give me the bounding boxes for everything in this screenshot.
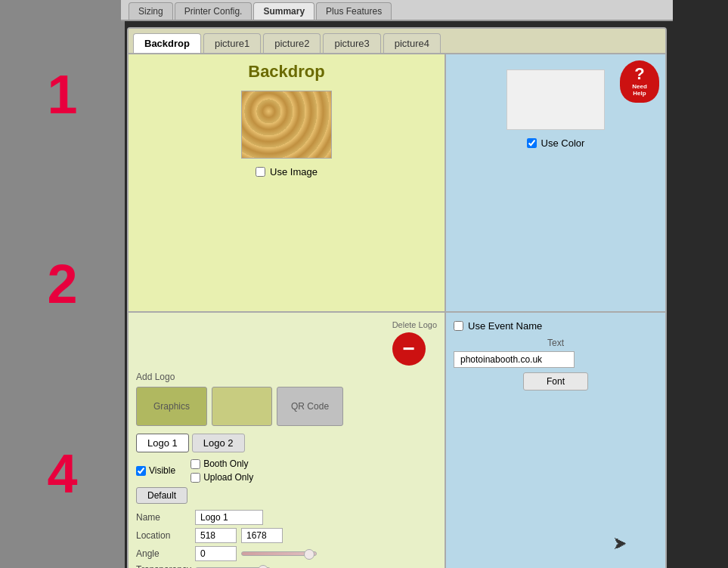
booth-only-item: Booth Only xyxy=(191,458,253,469)
location-field-row: Location xyxy=(136,528,437,543)
upload-only-label: Upload Only xyxy=(203,472,253,483)
color-preview-box xyxy=(507,69,605,130)
content-panel: Backdrop picture1 picture2 picture3 pict… xyxy=(127,27,667,568)
use-event-name-checkbox[interactable] xyxy=(454,321,463,331)
add-logo-label: Add Logo xyxy=(136,372,437,382)
backdrop-title: Backdrop xyxy=(136,62,437,82)
delete-icon: − xyxy=(402,338,414,360)
visible-checkbox[interactable] xyxy=(136,466,146,476)
help-button[interactable]: ? NeedHelp xyxy=(620,60,659,103)
upload-only-item: Upload Only xyxy=(191,472,253,483)
inner-tabs-row: Backdrop picture1 picture2 picture3 pict… xyxy=(129,29,665,54)
text-section-label: Text xyxy=(454,338,658,348)
transparency-field-row: Transparency xyxy=(136,564,437,568)
angle-field-row: Angle xyxy=(136,546,437,561)
use-image-label: Use Image xyxy=(270,166,318,178)
use-event-name-row: Use Event Name xyxy=(454,320,658,332)
delete-logo-area: Delete Logo − xyxy=(136,320,437,366)
name-input[interactable] xyxy=(195,510,263,525)
help-button-text: NeedHelp xyxy=(632,84,647,97)
logo-checkboxes-row: Visible Booth Only Upload Only xyxy=(136,458,437,483)
name-field-label: Name xyxy=(136,512,191,523)
use-color-label: Use Color xyxy=(541,137,585,149)
location-field-label: Location xyxy=(136,530,191,541)
name-field-row: Name xyxy=(136,510,437,525)
tab-picture3[interactable]: picture3 xyxy=(323,33,380,53)
tab-plus-features[interactable]: Plus Features xyxy=(316,2,392,20)
delete-logo-section: Delete Logo − xyxy=(392,320,437,366)
delete-logo-label: Delete Logo xyxy=(392,320,437,329)
main-content: Sizing Printer Config. Summary Plus Feat… xyxy=(121,0,673,568)
tab-summary[interactable]: Summary xyxy=(253,2,314,20)
font-button[interactable]: Font xyxy=(523,372,588,390)
side-numbers-panel: 1 2 4 xyxy=(0,0,125,568)
graphics-button[interactable]: Graphics xyxy=(136,387,207,426)
logo-tabs: Logo 1 Logo 2 xyxy=(136,434,437,452)
bottom-section: Delete Logo − Add Logo Graphics QR Code … xyxy=(129,311,665,568)
use-image-row: Use Image xyxy=(136,166,437,178)
logo-2-tab[interactable]: Logo 2 xyxy=(192,434,245,452)
right-checks: Booth Only Upload Only xyxy=(191,458,253,483)
help-icon-symbol: ? xyxy=(634,66,644,82)
qr-code-button[interactable]: QR Code xyxy=(277,387,343,426)
transparency-field-label: Transparency xyxy=(136,564,191,568)
backdrop-image-preview xyxy=(241,91,332,159)
logo-1-tab[interactable]: Logo 1 xyxy=(136,434,189,452)
logo-action-buttons: Graphics QR Code xyxy=(136,387,437,426)
backdrop-section: Backdrop Use Image xyxy=(129,54,446,311)
use-event-name-label: Use Event Name xyxy=(468,320,542,332)
logo-btn-2[interactable] xyxy=(212,387,272,426)
visible-label: Visible xyxy=(149,465,175,476)
angle-input[interactable] xyxy=(195,546,237,561)
default-button[interactable]: Default xyxy=(136,487,187,504)
top-two-col: Backdrop Use Image ? NeedHelp Use Color xyxy=(129,54,665,311)
angle-field-label: Angle xyxy=(136,548,191,559)
tab-picture2[interactable]: picture2 xyxy=(263,33,321,53)
booth-only-label: Booth Only xyxy=(203,458,248,469)
use-image-checkbox[interactable] xyxy=(256,167,265,177)
side-number-4: 4 xyxy=(47,443,77,505)
upload-only-checkbox[interactable] xyxy=(191,473,200,483)
angle-slider[interactable] xyxy=(241,551,317,556)
bottom-left-pane: Delete Logo − Add Logo Graphics QR Code … xyxy=(129,313,446,568)
delete-logo-button[interactable]: − xyxy=(392,332,426,366)
angle-slider-thumb xyxy=(304,549,314,560)
location-x-input[interactable] xyxy=(195,528,237,543)
location-y-input[interactable] xyxy=(241,528,283,543)
side-number-1: 1 xyxy=(47,63,77,125)
top-nav: Sizing Printer Config. Summary Plus Feat… xyxy=(121,0,673,21)
tab-picture4[interactable]: picture4 xyxy=(383,33,441,53)
side-number-2: 2 xyxy=(47,253,77,315)
tab-picture1[interactable]: picture1 xyxy=(203,33,261,53)
tab-printer-config[interactable]: Printer Config. xyxy=(175,2,252,20)
color-section: ? NeedHelp Use Color xyxy=(446,54,665,311)
tab-sizing[interactable]: Sizing xyxy=(129,2,173,20)
booth-only-checkbox[interactable] xyxy=(191,459,200,469)
bottom-right-pane: Use Event Name Text Font xyxy=(446,313,665,568)
transparency-slider-thumb xyxy=(258,565,268,568)
visible-check-item: Visible xyxy=(136,458,175,483)
tab-backdrop[interactable]: Backdrop xyxy=(133,33,201,53)
use-color-row: Use Color xyxy=(454,137,658,149)
use-color-checkbox[interactable] xyxy=(527,138,537,148)
event-text-input[interactable] xyxy=(454,351,575,368)
